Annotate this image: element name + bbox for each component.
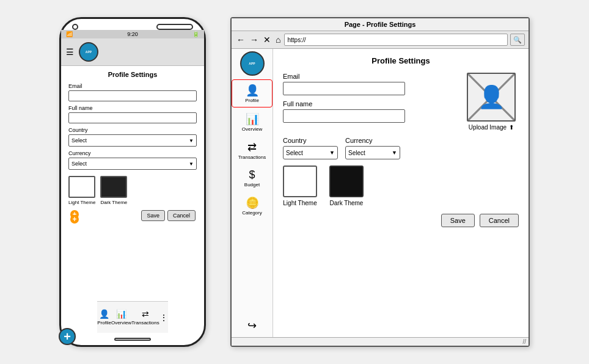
overview-sidebar-icon: 📊 (246, 112, 259, 126)
upload-image-box: 👤 (467, 73, 516, 122)
nav-item-profile[interactable]: 👤 Profile (97, 309, 111, 326)
phone-save-button[interactable]: Save (141, 210, 165, 221)
country-select[interactable]: Select ▼ (283, 146, 338, 159)
nav-item-more[interactable]: ⋮ (159, 313, 168, 322)
dark-theme-label: Dark Theme (330, 200, 364, 206)
category-sidebar-icon: 🪙 (246, 196, 259, 209)
browser-actions-row: Save Cancel (283, 214, 519, 227)
upload-label-row[interactable]: Upload Image ⬆ (469, 124, 514, 131)
currency-chevron-icon: ▼ (392, 150, 397, 156)
phone-fullname-input[interactable] (68, 112, 197, 123)
browser-cancel-button[interactable]: Cancel (480, 214, 519, 227)
sidebar-item-transactions[interactable]: ⇄ Transactions (232, 137, 273, 164)
light-theme-label: Light Theme (283, 200, 316, 206)
transactions-sidebar-label: Transactions (238, 155, 266, 160)
phone-status-bar: 📶 9:20 🔋 (61, 30, 204, 38)
light-theme-box[interactable] (283, 166, 317, 197)
phone-light-theme-box[interactable] (68, 176, 95, 198)
overview-nav-icon: 📊 (116, 309, 126, 319)
sidebar-item-category[interactable]: 🪙 Category (232, 192, 273, 219)
logout-button[interactable]: ↪ (247, 319, 257, 332)
hamburger-icon[interactable]: ☰ (66, 47, 74, 57)
forward-button[interactable]: → (249, 35, 260, 45)
phone-device: 📶 9:20 🔋 ☰ APP Profile Settings Email Fu… (59, 17, 206, 347)
phone-country-select[interactable]: Select ▼ (68, 134, 197, 147)
phone-actions-row: + + Save Cancel (68, 210, 197, 221)
nav-transactions-label: Transactions (131, 320, 159, 326)
overview-sidebar-label: Overview (242, 126, 262, 132)
phone-home-indicator (114, 338, 151, 341)
phone-speaker (156, 24, 193, 30)
phone-themes-row: Light Theme Dark Theme (68, 176, 197, 205)
fullname-input[interactable] (283, 109, 405, 123)
browser-save-button[interactable]: Save (441, 214, 475, 227)
email-input[interactable] (283, 82, 405, 95)
chevron-down-icon-2: ▼ (189, 161, 194, 167)
phone-header: ☰ APP (61, 38, 204, 66)
sidebar-item-budget[interactable]: $ Budget (232, 165, 273, 191)
phone-dark-theme-item[interactable]: Dark Theme (100, 176, 127, 205)
time-display: 9:20 (127, 31, 138, 37)
search-button[interactable]: 🔍 (510, 34, 525, 46)
phone-camera (72, 24, 78, 30)
profile-sidebar-label: Profile (245, 98, 259, 103)
back-button[interactable]: ← (235, 35, 246, 45)
email-upload-row: Email Full name 👤 Upload Image ⬆ (283, 73, 519, 131)
add-button-circle[interactable]: + (59, 328, 76, 345)
address-bar[interactable] (284, 34, 508, 46)
nav-profile-label: Profile (97, 320, 111, 326)
browser-footer: // (232, 337, 529, 346)
browser-body: APP 👤 Profile 📊 Overview ⇄ Transactions … (232, 49, 529, 337)
phone-page-title: Profile Settings (68, 71, 197, 78)
fullname-form-group: Full name (283, 100, 449, 123)
search-icon: 🔍 (513, 36, 522, 44)
country-select-text: Select (286, 150, 303, 156)
country-currency-row: Country Select ▼ Currency Select ▼ (283, 137, 519, 159)
nav-item-transactions[interactable]: ⇄ Transactions (131, 309, 159, 326)
dark-theme-box[interactable] (329, 166, 364, 197)
browser-window: Page - Profile Settings ← → ✕ ⌂ 🔍 APP 👤 … (230, 17, 530, 347)
phone-email-input[interactable] (68, 90, 197, 101)
phone-content: Profile Settings Email Full name Country… (61, 66, 204, 301)
browser-sidebar: APP 👤 Profile 📊 Overview ⇄ Transactions … (232, 49, 273, 337)
phone-dark-theme-label: Dark Theme (100, 200, 127, 205)
browser-titlebar: Page - Profile Settings (232, 18, 529, 31)
phone-bottom-bar (114, 333, 151, 345)
browser-title-text: Page - Profile Settings (345, 21, 416, 28)
close-button[interactable]: ✕ (262, 35, 272, 45)
phone-dark-theme-box[interactable] (100, 176, 127, 198)
chevron-down-icon: ▼ (189, 138, 194, 144)
profile-nav-icon: 👤 (99, 309, 109, 319)
phone-cancel-button[interactable]: Cancel (167, 210, 196, 221)
currency-form-group: Currency Select ▼ (345, 137, 400, 159)
currency-select[interactable]: Select ▼ (345, 146, 400, 159)
country-chevron-icon: ▼ (329, 150, 335, 156)
phone-light-theme-item[interactable]: Light Theme (68, 176, 95, 205)
phone-currency-select[interactable]: Select ▼ (68, 158, 197, 170)
more-nav-icon: ⋮ (159, 313, 168, 322)
browser-toolbar: ← → ✕ ⌂ 🔍 (232, 31, 529, 49)
home-button[interactable]: ⌂ (274, 35, 282, 45)
sidebar-item-profile[interactable]: 👤 Profile (232, 79, 273, 107)
transactions-nav-icon: ⇄ (142, 309, 149, 319)
budget-sidebar-label: Budget (244, 182, 260, 187)
nav-overview-label: Overview (111, 320, 131, 326)
phone-screen: ☰ APP Profile Settings Email Full name C… (61, 38, 204, 301)
phone-country-select-text: Select (71, 137, 87, 144)
phone-nav-bar: 👤 Profile 📊 Overview + ⇄ Transactions ⋮ (97, 301, 168, 333)
upload-section: 👤 Upload Image ⬆ (464, 73, 519, 131)
light-theme-item[interactable]: Light Theme (283, 166, 317, 206)
sidebar-item-overview[interactable]: 📊 Overview (232, 109, 273, 136)
themes-row: Light Theme Dark Theme (283, 166, 519, 206)
phone-currency-label: Currency (68, 150, 197, 156)
phone-top-bar (61, 19, 204, 30)
browser-page-title: Profile Settings (283, 56, 519, 65)
wifi-icon: 📶 (66, 31, 73, 37)
phone-light-theme-label: Light Theme (68, 200, 95, 205)
resize-handle-icon: // (522, 338, 526, 345)
dark-theme-item[interactable]: Dark Theme (329, 166, 364, 206)
nav-item-overview[interactable]: 📊 Overview (111, 309, 131, 326)
currency-select-text: Select (348, 150, 365, 156)
battery-icon: 🔋 (192, 31, 199, 37)
person-icon: 👤 (478, 84, 505, 110)
